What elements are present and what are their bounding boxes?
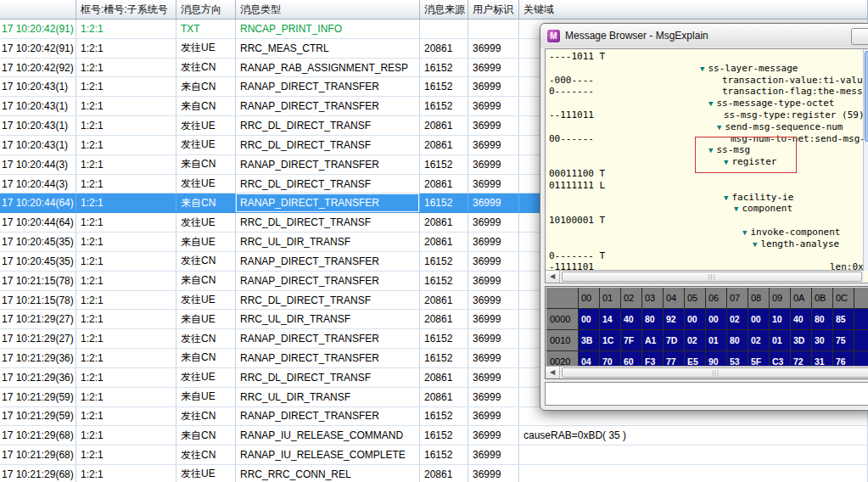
tree-line[interactable]: 00011100 T (546, 168, 864, 180)
tree-line[interactable]: ▼invoke-component (546, 227, 864, 238)
hex-cell[interactable]: 00 (685, 309, 706, 330)
window-titlebar[interactable]: M Message Browser - MsgExplain (540, 24, 868, 48)
tree-line[interactable]: ▼ss-message-type-octet (546, 98, 864, 109)
hex-cell[interactable]: 60 (621, 351, 642, 367)
collapse-arrow-icon[interactable]: ▼ (742, 228, 747, 237)
tree-line[interactable]: ▼ss-msg (546, 144, 864, 156)
hex-cell[interactable]: 31 (812, 351, 833, 367)
hex-cell[interactable]: 75 (833, 330, 854, 351)
column-header[interactable]: 消息类型 (236, 0, 420, 19)
hex-cell[interactable]: 70 (600, 351, 621, 367)
table-row[interactable]: 17 10:21:29(68)1:2:1来自CNRANAP_IU_RELEASE… (0, 426, 868, 446)
hex-cell[interactable]: 1C (600, 330, 621, 351)
hex-cell[interactable]: 80 (727, 330, 748, 351)
table-cell: 17 10:20:42(91) (0, 39, 76, 58)
tree-line[interactable]: 10100001 T (546, 215, 864, 227)
table-cell: RANAP_DIRECT_TRANSFER (236, 97, 420, 115)
hex-cell[interactable]: 40 (621, 309, 642, 330)
hex-cell[interactable]: 10 (770, 309, 791, 330)
column-header[interactable]: 框号:槽号:子系统号 (76, 0, 176, 19)
tree-line[interactable]: 01111111 L (546, 180, 864, 192)
hex-cell[interactable]: 40 (791, 309, 812, 330)
tree-line[interactable]: 0------- T (546, 250, 864, 262)
column-header[interactable]: 消息方向 (176, 0, 236, 19)
table-cell: 20861 (420, 136, 468, 154)
collapse-arrow-icon[interactable]: ▼ (734, 205, 738, 213)
detail-text-pane[interactable] (545, 382, 868, 406)
tree-line[interactable]: --111011ss-msg-type:register (59) (546, 109, 864, 121)
hex-cell[interactable]: 02 (727, 309, 748, 330)
hex-cell[interactable]: F3 (642, 351, 664, 367)
hex-cell[interactable]: 00 (706, 309, 727, 330)
table-cell: 17 10:21:15(78) (0, 272, 76, 290)
minimize-button[interactable] (851, 28, 868, 45)
scroll-left-icon[interactable]: ◀ (546, 367, 560, 378)
tree-vertical-scrollbar[interactable] (863, 49, 868, 271)
hex-cell[interactable]: 3B (579, 330, 600, 351)
hex-cell[interactable]: 01 (770, 330, 791, 351)
hex-cell[interactable]: 7D (664, 330, 685, 351)
tree-line[interactable]: ▼send-msg-sequence-num (546, 121, 864, 133)
hex-cell[interactable]: 01 (706, 330, 727, 351)
hex-cell[interactable]: 92 (664, 309, 685, 330)
hex-cell[interactable]: 80 (812, 309, 833, 330)
table-cell: 20861 (420, 465, 468, 482)
table-cell: RANAP_DIRECT_TRANSFER (236, 155, 420, 174)
hex-cell[interactable]: 14 (600, 309, 621, 330)
table-cell: 1:2:1 (76, 329, 176, 348)
tree-line[interactable]: 00------msg-num-to-net:send-msg- (546, 133, 864, 145)
table-cell: 1:2:1 (76, 233, 176, 251)
column-header[interactable]: 用户标识 (468, 0, 519, 19)
collapse-arrow-icon[interactable]: ▼ (724, 193, 728, 202)
scrollbar-thumb[interactable] (865, 51, 868, 142)
hex-cell[interactable]: 04 (579, 351, 600, 367)
column-header[interactable]: 关键域 (519, 0, 868, 19)
hex-cell[interactable]: 00 (579, 309, 600, 330)
table-cell: 发往CN (176, 59, 236, 77)
tree-line[interactable]: ----1011 T (546, 51, 864, 63)
hex-cell[interactable]: A1 (642, 330, 664, 351)
column-header[interactable] (0, 0, 76, 19)
hex-cell[interactable]: 00 (748, 309, 770, 330)
hex-cell[interactable]: 90 (706, 351, 727, 367)
tree-line[interactable]: ▼register (546, 156, 864, 168)
hex-cell[interactable]: 5F (748, 351, 770, 367)
tree-line[interactable]: ▼length-analyse (546, 238, 864, 250)
table-row[interactable]: 17 10:21:29(68)1:2:1发往UERRC_RRC_CONN_REL… (0, 465, 868, 482)
tree-line[interactable]: 0-------transaction-flag:the-message (546, 86, 864, 98)
collapse-arrow-icon[interactable]: ▼ (708, 99, 713, 108)
hex-cell[interactable]: 77 (664, 351, 685, 367)
scrollbar-thumb[interactable]: ||| (562, 367, 868, 378)
collapse-arrow-icon[interactable]: ▼ (717, 123, 721, 132)
hex-cell[interactable]: 02 (748, 330, 770, 351)
tree-line[interactable]: -000----transaction-value:ti-value-0 (546, 75, 864, 87)
table-cell: 1:2:1 (76, 136, 176, 154)
table-cell: 36999 (468, 213, 519, 232)
collapse-arrow-icon[interactable]: ▼ (700, 64, 704, 73)
column-header[interactable]: 消息来源 (420, 0, 468, 19)
tree-line[interactable]: ▼facility-ie (546, 192, 864, 204)
hex-cell[interactable]: 76 (833, 351, 854, 367)
tree-line[interactable]: ▼ss-layer-message (546, 63, 864, 75)
hex-horizontal-scrollbar[interactable]: ◀ ||| (546, 366, 868, 378)
msg-browser-window: M Message Browser - MsgExplain ----1011 … (540, 23, 868, 411)
tree-line[interactable]: ▼component (546, 203, 864, 215)
hex-column-header: 00 (579, 288, 600, 309)
hex-cell[interactable]: 53 (727, 351, 748, 367)
hex-cell[interactable]: 3D (791, 330, 812, 351)
hex-cell[interactable]: 80 (642, 309, 664, 330)
tree-horizontal-scrollbar[interactable]: ◀ ||| (546, 270, 864, 283)
table-row[interactable]: 17 10:21:29(68)1:2:1发往CNRANAP_IU_RELEASE… (0, 446, 868, 465)
collapse-arrow-icon[interactable]: ▼ (708, 146, 713, 154)
hex-cell[interactable]: 02 (685, 330, 706, 351)
hex-cell[interactable]: C3 (770, 351, 791, 367)
hex-cell[interactable]: 30 (812, 330, 833, 351)
collapse-arrow-icon[interactable]: ▼ (753, 240, 757, 249)
hex-cell[interactable]: 7F (621, 330, 642, 351)
hex-cell[interactable]: 85 (833, 309, 854, 330)
scrollbar-thumb[interactable]: ||| (562, 272, 862, 282)
hex-cell[interactable]: 72 (791, 351, 812, 367)
hex-cell[interactable]: E5 (685, 351, 706, 367)
scroll-left-icon[interactable]: ◀ (546, 271, 560, 283)
collapse-arrow-icon[interactable]: ▼ (724, 158, 728, 166)
